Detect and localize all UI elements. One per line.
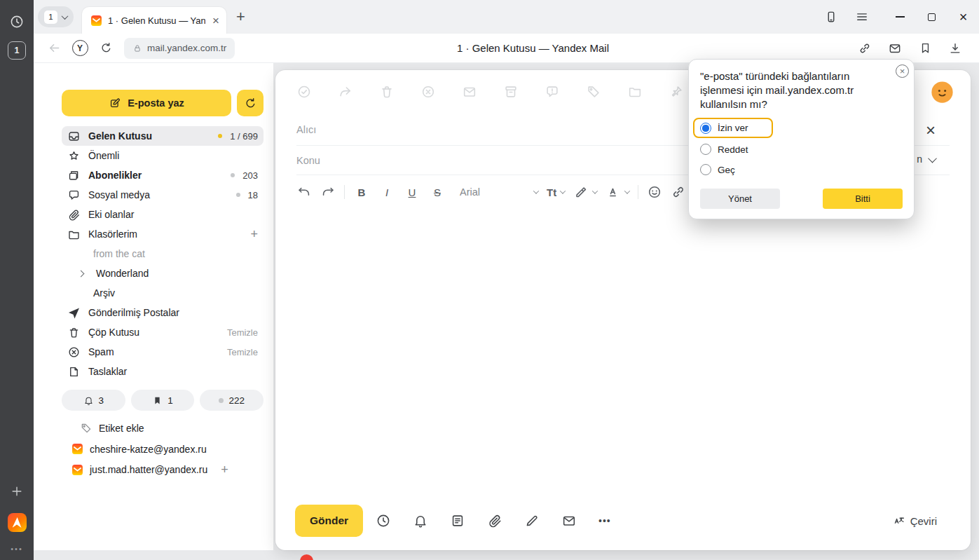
radio-allow[interactable]: İzin ver	[693, 118, 773, 138]
address-bar[interactable]: mail.yandex.com.tr	[124, 38, 235, 59]
template-icon[interactable]	[450, 513, 465, 528]
yandex-browser-logo-icon[interactable]	[8, 513, 27, 532]
user-avatar[interactable]	[931, 81, 954, 104]
move-folder-icon[interactable]	[627, 84, 643, 100]
signature-pen-icon[interactable]	[524, 513, 540, 528]
add-account-icon[interactable]: +	[221, 463, 228, 476]
rail-add-icon[interactable]	[6, 481, 27, 502]
notification-dot	[300, 554, 313, 560]
send-later-clock-icon[interactable]	[376, 513, 391, 528]
rail-more-icon[interactable]: •••	[11, 545, 23, 553]
highlight-color-select[interactable]	[573, 184, 597, 200]
compose-button[interactable]: E-posta yaz	[62, 90, 231, 116]
done-button[interactable]: Bitti	[823, 189, 903, 209]
folder-list: Gelen Kutusu 1 / 699 Önemli Abonelikler …	[62, 126, 263, 381]
font-size-select[interactable]: Tt	[547, 186, 565, 198]
tab-group[interactable]: 1	[38, 6, 74, 27]
devices-icon[interactable]	[823, 0, 840, 34]
manage-button[interactable]: Yönet	[700, 189, 780, 209]
folder-drafts[interactable]: Taslaklar	[62, 362, 263, 381]
dialog-close-icon[interactable]: ×	[896, 64, 909, 78]
compose-close-icon[interactable]: ×	[926, 122, 936, 139]
envelope-icon[interactable]	[561, 513, 577, 528]
account-hatter[interactable]: just.mad.hatter@yandex.ru +	[62, 463, 263, 476]
translate-button[interactable]: Çeviri	[893, 514, 937, 527]
folder-label: Önemli	[88, 150, 258, 161]
menu-icon[interactable]	[854, 0, 870, 34]
active-tab[interactable]: 1 · Gelen Kutusu — Yand... ×	[82, 7, 226, 34]
folder-social[interactable]: Sosyal medya 18	[62, 185, 263, 205]
emoji-icon[interactable]	[647, 184, 662, 200]
complain-icon[interactable]	[545, 84, 560, 100]
spam-icon	[67, 346, 81, 359]
reload-icon[interactable]	[95, 38, 116, 59]
font-family-select[interactable]: Arial	[460, 186, 538, 198]
account-cheshire[interactable]: cheshire-katze@yandex.ru	[62, 443, 263, 455]
back-icon[interactable]	[43, 38, 64, 59]
unread-pill[interactable]: 222	[200, 390, 263, 411]
download-icon[interactable]	[945, 38, 966, 59]
more-options-icon[interactable]: •••	[598, 515, 611, 526]
bookmark-icon[interactable]	[915, 38, 936, 59]
add-label-button[interactable]: Etiket ekle	[80, 422, 263, 435]
radio-allow-label: İzin ver	[718, 123, 748, 133]
refresh-button[interactable]	[237, 90, 263, 116]
add-folder-icon[interactable]: +	[250, 228, 258, 240]
bold-button[interactable]: B	[353, 186, 370, 198]
strikethrough-button[interactable]: S	[429, 186, 446, 198]
italic-button[interactable]: I	[378, 186, 395, 198]
yandex-home-icon[interactable]: Y	[69, 38, 90, 59]
folder-inbox[interactable]: Gelen Kutusu 1 / 699	[62, 126, 263, 146]
reminders-pill[interactable]: 3	[62, 390, 125, 411]
tab-close-icon[interactable]: ×	[211, 15, 221, 27]
folder-spam[interactable]: Spam Temizle	[62, 342, 263, 362]
delete-icon[interactable]	[379, 84, 395, 100]
radio-deny[interactable]: Reddet	[700, 140, 903, 158]
dot-icon	[219, 398, 224, 403]
insert-link-icon[interactable]	[671, 184, 686, 200]
mark-read-icon[interactable]	[462, 84, 477, 100]
undo-icon[interactable]	[296, 184, 312, 200]
folder-archive[interactable]: Arşiv	[62, 283, 263, 303]
from-selector[interactable]: n	[917, 153, 936, 165]
folder-sent[interactable]: Gönderilmiş Postalar	[62, 303, 263, 322]
folder-wonderland[interactable]: Wonderland	[62, 264, 263, 283]
folder-attachments[interactable]: Eki olanlar	[62, 205, 263, 224]
window-close-button[interactable]: ×	[947, 0, 979, 34]
label-icon[interactable]	[586, 84, 601, 100]
send-plane-icon	[67, 306, 81, 320]
chevron-down-icon	[592, 188, 598, 193]
tab-counter[interactable]: 1	[8, 41, 26, 60]
tab-title: 1 · Gelen Kutusu — Yand...	[108, 15, 205, 26]
mail-notifier-icon[interactable]	[884, 38, 905, 59]
archive-icon[interactable]	[503, 84, 519, 100]
chevron-down-icon	[560, 188, 566, 193]
text-color-select[interactable]	[605, 184, 629, 200]
bookmarks-pill[interactable]: 1	[131, 390, 195, 411]
pin-icon[interactable]	[669, 84, 684, 100]
message-body[interactable]	[275, 209, 971, 491]
clear-spam-button[interactable]: Temizle	[227, 347, 258, 357]
redo-icon[interactable]	[320, 184, 336, 200]
folder-important[interactable]: Önemli	[62, 146, 263, 165]
chevron-right-icon[interactable]	[78, 270, 85, 277]
folder-label: Çöp Kutusu	[88, 327, 219, 338]
minimize-button[interactable]	[884, 0, 916, 34]
spam-icon[interactable]	[420, 84, 436, 100]
folder-trash[interactable]: Çöp Kutusu Temizle	[62, 322, 263, 342]
folder-my-folders[interactable]: Klasörlerim +	[62, 224, 263, 244]
recent-tabs-clock-icon[interactable]	[6, 11, 27, 32]
check-circle-icon[interactable]	[296, 84, 312, 100]
maximize-button[interactable]	[916, 0, 947, 34]
copy-link-icon[interactable]	[854, 38, 875, 59]
clear-trash-button[interactable]: Temizle	[227, 327, 258, 338]
forward-icon[interactable]	[338, 84, 353, 100]
new-tab-button[interactable]: +	[236, 9, 245, 25]
send-button[interactable]: Gönder	[295, 505, 363, 537]
radio-skip[interactable]: Geç	[700, 161, 903, 179]
attach-file-icon[interactable]	[487, 513, 502, 528]
underline-button[interactable]: U	[404, 186, 420, 198]
folder-subscriptions[interactable]: Abonelikler 203	[62, 165, 263, 185]
folder-from-the-cat[interactable]: from the cat	[62, 244, 263, 264]
reminder-bell-icon[interactable]	[413, 513, 428, 528]
